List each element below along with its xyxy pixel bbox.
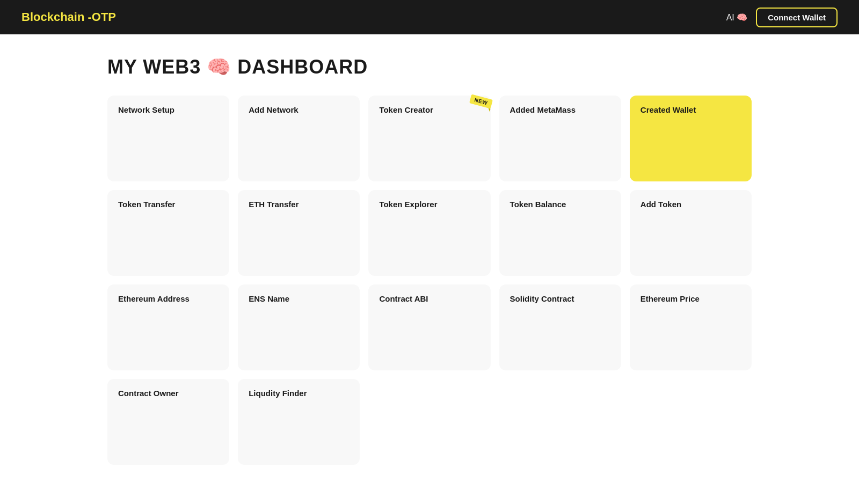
card-token-explorer[interactable]: Token Explorer [368,190,490,276]
connect-wallet-button[interactable]: Connect Wallet [756,8,838,27]
card-title-contract-owner: Contract Owner [118,389,179,398]
logo-text-main: Blockchain - [21,10,92,24]
card-title-token-transfer: Token Transfer [118,200,175,209]
card-title-add-network: Add Network [249,105,299,114]
logo: Blockchain -OTP [21,10,116,24]
card-added-metamass[interactable]: Added MetaMass [499,96,621,181]
new-badge: NEW [469,94,493,108]
card-title-ethereum-address: Ethereum Address [118,294,190,303]
card-eth-transfer[interactable]: ETH Transfer [238,190,360,276]
card-ethereum-address[interactable]: Ethereum Address [107,284,229,370]
card-title-liquidity-finder: Liqudity Finder [249,389,307,398]
card-contract-abi[interactable]: Contract ABI [368,284,490,370]
card-title-token-balance: Token Balance [510,200,566,209]
card-contract-owner[interactable]: Contract Owner [107,379,229,465]
card-liquidity-finder[interactable]: Liqudity Finder [238,379,360,465]
card-title-added-metamass: Added MetaMass [510,105,576,114]
card-token-transfer[interactable]: Token Transfer [107,190,229,276]
card-title-solidity-contract: Solidity Contract [510,294,574,303]
card-title-add-token: Add Token [640,200,681,209]
card-token-balance[interactable]: Token Balance [499,190,621,276]
dashboard-grid: Network SetupAdd NetworkToken CreatorNEW… [107,96,752,465]
card-title-network-setup: Network Setup [118,105,174,114]
ai-label: AI 🧠 [726,12,748,23]
main-content: MY WEB3 🧠 DASHBOARD Network SetupAdd Net… [0,34,859,486]
card-network-setup[interactable]: Network Setup [107,96,229,181]
header: Blockchain -OTP AI 🧠 Connect Wallet [0,0,859,34]
card-add-token[interactable]: Add Token [630,190,752,276]
card-add-network[interactable]: Add Network [238,96,360,181]
card-ens-name[interactable]: ENS Name [238,284,360,370]
card-title-created-wallet: Created Wallet [640,105,696,114]
card-title-contract-abi: Contract ABI [379,294,428,303]
card-title-ethereum-price: Ethereum Price [640,294,700,303]
header-right: AI 🧠 Connect Wallet [726,8,838,27]
dashboard-title: MY WEB3 🧠 DASHBOARD [107,56,752,78]
card-title-ens-name: ENS Name [249,294,289,303]
card-solidity-contract[interactable]: Solidity Contract [499,284,621,370]
card-ethereum-price[interactable]: Ethereum Price [630,284,752,370]
card-title-eth-transfer: ETH Transfer [249,200,299,209]
logo-highlight: OTP [92,10,116,24]
card-title-token-explorer: Token Explorer [379,200,437,209]
card-created-wallet[interactable]: Created Wallet [630,96,752,181]
card-token-creator[interactable]: Token CreatorNEW [368,96,490,181]
card-title-token-creator: Token Creator [379,105,433,114]
